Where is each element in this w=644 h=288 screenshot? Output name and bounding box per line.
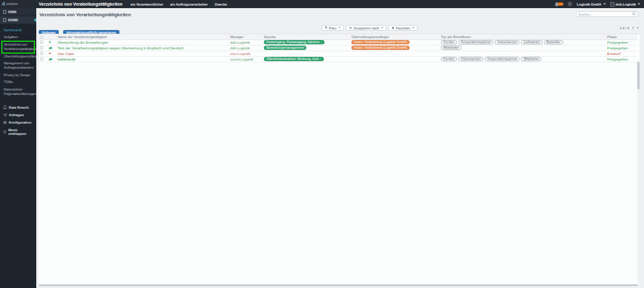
table-panel: Name der Verarbeitungstätigkeit Manager … (39, 34, 640, 285)
tab-als-auftragsverarbeiter[interactable]: als Auftragsverarbeiter (170, 2, 208, 6)
manager-link[interactable]: coord.Logistik (230, 57, 253, 61)
sidebar-module-dsms[interactable]: DSMS (0, 16, 36, 24)
filter-label: Filter (329, 26, 336, 30)
document-icon (3, 10, 6, 14)
processing-activity-link[interactable]: Use Case (58, 52, 74, 56)
notification-badge (558, 2, 563, 6)
vertical-scrollbar-thumb[interactable] (637, 62, 640, 89)
sidebar-item-uebermittlungsempfaenger[interactable]: Übermittlungsempfänger (3, 53, 34, 60)
send-icon (3, 113, 7, 117)
module-label: DSMS (8, 18, 18, 22)
search-icon[interactable] (632, 12, 636, 16)
sidebar-item-aufgaben[interactable]: Aufgaben (3, 34, 34, 41)
purpose-badge: Posteingang, Postausgang, Adminis... (264, 40, 325, 44)
sidebar-item-management-auftragsverarbeiter[interactable]: Management von Auftragsverarbeitern (3, 60, 34, 72)
processing-type-icon: ⇄ (49, 57, 52, 61)
sidebar-collapse-button[interactable]: Menü einklappen (0, 126, 36, 137)
vertical-scrollbar[interactable] (637, 60, 640, 288)
processing-type-icon: ⇄ (49, 46, 52, 50)
column-manager: Manager (229, 34, 263, 39)
manager-link[interactable]: ciso.Logistik (230, 52, 251, 56)
sidebar-item-dashboards[interactable]: Dashboards (3, 27, 34, 34)
table-row[interactable]: ⇄ Test der Verarbeitungstätigkeit wegen … (39, 45, 637, 51)
language-globe-icon[interactable] (568, 2, 572, 6)
tab-zwecke[interactable]: Zwecke (214, 2, 227, 6)
subject-type-badge: Mitarbeiter (521, 57, 541, 62)
sidebar-item-toms[interactable]: TOMs (3, 79, 34, 86)
column-subject-types: Typ der Betroffenen (440, 34, 606, 39)
horizontal-scrollbar[interactable] (39, 284, 638, 286)
processing-activity-link[interactable]: Test der Verarbeitungstätigkeit wegen Üb… (58, 46, 184, 50)
sliders-icon (3, 121, 7, 124)
company-selector[interactable]: Logistik GmbH (576, 2, 605, 6)
search-box (576, 11, 638, 17)
sidebar-item-data-breach[interactable]: Data Breach (0, 103, 36, 111)
sidebar-item-privacy-by-design[interactable]: Privacy by Design (3, 72, 34, 79)
subject-type-badge: Kunden (441, 40, 457, 45)
main-content: Verzeichnis von Verarbeitungstätigkeiten… (36, 8, 644, 288)
sidebar-module-isms[interactable]: ISMS (0, 8, 36, 16)
processing-activities-table: Name der Verarbeitungstätigkeit Manager … (39, 34, 637, 62)
row-checkbox[interactable] (40, 41, 43, 44)
document-icon (3, 18, 6, 22)
table-row[interactable]: ⇄ hakklöarfjk coord.Logistik Öffentlichk… (39, 56, 637, 62)
company-name: Logistik GmbH (576, 2, 601, 6)
sidebar-item-datenschutz-folgenabschaetzungen[interactable]: Datenschutz-Folgenabschätzungen (3, 86, 34, 98)
window-title: Verzeichnis von Verabeitungstätigkeiten (39, 2, 123, 6)
star-icon (391, 26, 395, 29)
sidebar-item-verzeichnis[interactable]: Verzeichnis von Verarbeitungstätigkeiten (3, 41, 34, 53)
column-purposes: Zwecke (263, 34, 350, 39)
next-page-icon[interactable]: › (637, 26, 638, 30)
chevron-down-icon (381, 27, 383, 29)
processing-activity-link[interactable]: hakklöarfjk (58, 57, 76, 61)
tab-als-verantwortlicher[interactable]: als Verantwortlicher (131, 2, 163, 6)
subject-type-badge: Kooperationspartner (485, 57, 520, 62)
chevron-down-icon (338, 27, 341, 29)
subject-type-badge: Lieferanten (521, 40, 543, 45)
sidebar-item-label: Anfragen (9, 113, 24, 117)
subject-type-badge: Bewerber (544, 40, 563, 45)
notification-bell-icon[interactable] (555, 2, 563, 7)
sidebar: ISMS DSMS Dashboards Aufgaben Verzeichni… (0, 8, 36, 288)
sidebar-item-label: Verzeichnis von Verarbeitungstätigkeiten (4, 42, 39, 51)
purpose-badge: Öffentlichkeitsarbeit, Werbung, Auß... (264, 57, 324, 61)
subject-type-badge: Kooperationspartner (458, 40, 493, 45)
table-row[interactable]: + Use Case ciso.Logistik Entwurf! (39, 51, 637, 56)
module-label: ISMS (8, 10, 16, 14)
table-body: + Überprüfung der Einstellungen dsb.Logi… (39, 39, 637, 62)
subject-type-badge: Mitarbeiter (441, 46, 461, 51)
select-all-checkbox[interactable] (40, 36, 43, 39)
column-phase: Phase (606, 34, 637, 39)
manager-link[interactable]: dsb.Logistik (230, 46, 250, 50)
list-icon (349, 26, 352, 29)
user-menu[interactable]: dsb.Logistik (610, 2, 640, 7)
row-checkbox[interactable] (40, 57, 43, 61)
table-header-row: Name der Verarbeitungstätigkeit Manager … (39, 34, 637, 39)
sidebar-subnav: Dashboards Aufgaben Verzeichnis von Vera… (0, 24, 36, 97)
phase-status: Freigegeben (607, 41, 628, 44)
filter-button[interactable]: Filter (321, 25, 344, 31)
table-row[interactable]: + Überprüfung der Einstellungen dsb.Logi… (39, 39, 637, 45)
row-checkbox[interactable] (40, 52, 43, 55)
app-logo[interactable]: 4 conform (0, 1, 36, 7)
chevron-down-icon (412, 27, 415, 29)
sidebar-item-label: Data Breach (9, 106, 29, 109)
search-input[interactable] (576, 12, 632, 16)
column-name: Name der Verarbeitungstätigkeit (56, 34, 229, 39)
sidebar-item-konfiguration[interactable]: Konfiguration (0, 119, 36, 126)
page-title: Verzeichnis von Verarbeitungstätigkeiten (39, 12, 131, 17)
prev-page-icon[interactable]: ‹ (632, 26, 633, 30)
sidebar-item-label: Konfiguration (9, 121, 31, 124)
phase-status: Freigegeben (607, 57, 628, 61)
sidebar-item-anfragen[interactable]: Anfragen (0, 111, 36, 119)
row-checkbox[interactable] (40, 46, 43, 49)
group-by-label: Gruppieren nach (353, 26, 379, 30)
column-recipients: Übermittlungsempfänger (350, 34, 440, 39)
phase-status: Entwurf! (607, 52, 621, 56)
processing-activity-link[interactable]: Überprüfung der Einstellungen (58, 41, 108, 44)
manager-link[interactable]: dsb.Logistik (230, 41, 250, 44)
group-by-button[interactable]: Gruppieren nach (346, 25, 386, 31)
favorites-button[interactable]: Favoriten (388, 25, 418, 31)
chevron-down-icon (603, 3, 606, 5)
logo-mark: 4 (2, 1, 5, 7)
